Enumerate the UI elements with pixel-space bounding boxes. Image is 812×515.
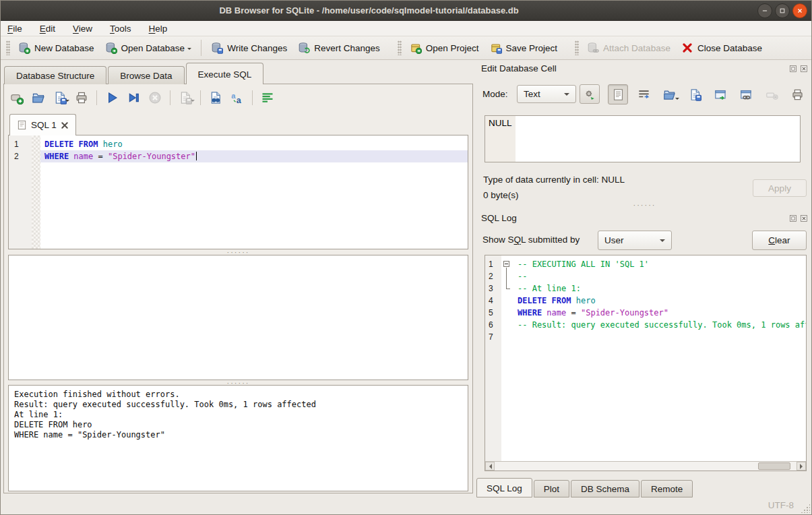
- mode-select[interactable]: Text: [517, 85, 576, 103]
- save-sql-file-button[interactable]: [50, 88, 70, 107]
- auto-format-button[interactable]: aa: [227, 88, 247, 107]
- apply-button-label: Apply: [768, 183, 791, 193]
- bottom-tab-sql-log[interactable]: SQL Log: [476, 478, 532, 497]
- editor-code-area[interactable]: DELETE FROM heroWHERE name = "Spider-You…: [40, 135, 468, 249]
- write-changes-button[interactable]: Write Changes: [206, 38, 292, 57]
- log-fold-margin[interactable]: [501, 255, 513, 461]
- sql-log-view[interactable]: 1234567 -- EXECUTING ALL IN 'SQL 1'---- …: [485, 255, 807, 471]
- stop-execution-button[interactable]: [145, 88, 165, 107]
- editor-line-numbers: 12: [9, 135, 32, 249]
- import-icon: [663, 88, 676, 101]
- line-number: 7: [485, 331, 501, 343]
- print-cell-button[interactable]: [787, 84, 807, 104]
- execute-line-button[interactable]: [123, 88, 144, 107]
- close-window-button[interactable]: [792, 3, 807, 18]
- open-sql-file-button[interactable]: [28, 88, 49, 107]
- attach-database-button[interactable]: Attach Database: [582, 38, 676, 57]
- scroll-right-arrow[interactable]: [797, 462, 806, 471]
- message-line: Result: query executed successfully. Too…: [14, 400, 462, 410]
- bottom-tab-bar: SQL LogPlotDB SchemaRemote: [476, 478, 694, 497]
- find-replace-button[interactable]: [206, 88, 226, 107]
- message-line: DELETE FROM hero: [14, 420, 462, 430]
- fold-marker: [501, 270, 513, 282]
- results-table-area[interactable]: [8, 255, 468, 380]
- line-number: 6: [485, 319, 501, 331]
- save-results-button[interactable]: [175, 88, 195, 107]
- code-line: WHERE name = "Spider-Youngster": [513, 307, 806, 319]
- dropdown-arrow-icon[interactable]: [187, 48, 191, 52]
- line-number: 4: [485, 295, 501, 307]
- set-null-button[interactable]: [761, 84, 782, 104]
- tab-database-structure[interactable]: Database Structure: [4, 66, 106, 84]
- open-database-button[interactable]: Open Database: [100, 38, 197, 57]
- close-tab-icon[interactable]: [61, 121, 69, 129]
- clear-log-button[interactable]: Clear: [752, 231, 807, 250]
- scroll-left-arrow[interactable]: [485, 462, 495, 471]
- revert-changes-button[interactable]: Revert Changes: [292, 38, 385, 57]
- fold-marker: [501, 282, 513, 295]
- bottom-tab-plot[interactable]: Plot: [534, 480, 569, 497]
- apply-button[interactable]: Apply: [753, 179, 807, 197]
- title-bar[interactable]: DB Browser for SQLite - /home/user/code/…: [1, 1, 811, 21]
- bottom-tab-remote[interactable]: Remote: [641, 480, 693, 497]
- close-db-icon: [681, 42, 693, 54]
- gear-icon: [584, 88, 596, 100]
- attach-database-label: Attach Database: [603, 43, 670, 53]
- float-dock-icon[interactable]: [789, 214, 797, 222]
- sql-log-dock-controls: [789, 214, 808, 222]
- format-icon: aa: [230, 91, 244, 104]
- save-project-button[interactable]: Save Project: [485, 38, 563, 57]
- close-dock-icon[interactable]: [800, 214, 808, 222]
- open-external-button[interactable]: [710, 84, 730, 104]
- dock-splitter[interactable]: ······: [476, 203, 812, 207]
- print-icon: [791, 88, 804, 101]
- float-dock-icon[interactable]: [789, 65, 797, 73]
- cell-value-editor[interactable]: NULL: [485, 115, 801, 162]
- execution-message-area[interactable]: Execution finished without errors.Result…: [8, 385, 468, 491]
- text-mode-button[interactable]: [608, 84, 628, 104]
- log-horizontal-scrollbar[interactable]: [485, 461, 806, 471]
- tab-browse-data[interactable]: Browse Data: [108, 66, 184, 84]
- execute-all-button[interactable]: [102, 88, 122, 107]
- code-line: --: [513, 270, 806, 282]
- cell-text-area[interactable]: [516, 116, 800, 162]
- menu-item-edit[interactable]: Edit: [40, 24, 55, 34]
- menu-item-help[interactable]: Help: [149, 24, 168, 34]
- import-data-button[interactable]: [659, 84, 679, 104]
- close-database-button[interactable]: Close Database: [676, 38, 768, 57]
- link-data-button[interactable]: [736, 84, 756, 104]
- code-line: DELETE FROM hero: [513, 295, 806, 307]
- scrollbar-thumb[interactable]: [758, 462, 790, 470]
- sql-document-tab[interactable]: SQL 1: [9, 114, 76, 135]
- log-filter-select[interactable]: User: [598, 231, 672, 250]
- code-line: -- At line 1:: [513, 282, 806, 295]
- minimize-window-button[interactable]: [757, 3, 772, 18]
- cell-wordwrap-button[interactable]: [633, 84, 654, 104]
- execute-sql-panel: aa SQL 1 12 DELETE FROM heroWHERE name =…: [3, 84, 473, 493]
- close-dock-icon[interactable]: [800, 65, 808, 73]
- toolbar-drag-handle[interactable]: [6, 40, 10, 55]
- open-project-button[interactable]: Open Project: [404, 38, 485, 57]
- apply-format-button[interactable]: [580, 84, 600, 104]
- bottom-tab-db-schema[interactable]: DB Schema: [571, 480, 639, 497]
- word-wrap-button[interactable]: [257, 88, 278, 107]
- toolbar-drag-handle[interactable]: [398, 40, 402, 55]
- export-data-button[interactable]: [685, 84, 705, 104]
- sql-editor[interactable]: 12 DELETE FROM heroWHERE name = "Spider-…: [8, 135, 468, 249]
- fold-marker[interactable]: [501, 258, 513, 270]
- main-tab-bar: Database StructureBrowse DataExecute SQL: [4, 63, 265, 84]
- toolbar-drag-handle[interactable]: [575, 40, 579, 55]
- menu-item-view[interactable]: View: [73, 24, 92, 34]
- print-sql-button[interactable]: [71, 88, 92, 107]
- fold-cell: [501, 295, 513, 307]
- tab-execute-sql[interactable]: Execute SQL: [186, 63, 264, 84]
- new-sql-tab-button[interactable]: [7, 88, 27, 107]
- set-null-icon: [766, 88, 778, 101]
- maximize-window-button[interactable]: [775, 3, 790, 18]
- menu-item-file[interactable]: File: [7, 24, 22, 34]
- editor-results-splitter[interactable]: ······: [4, 250, 472, 254]
- editor-fold-margin: [32, 135, 40, 249]
- mode-label: Mode:: [482, 89, 508, 99]
- menu-item-tools[interactable]: Tools: [110, 24, 131, 34]
- new-database-button[interactable]: New Database: [13, 38, 100, 57]
